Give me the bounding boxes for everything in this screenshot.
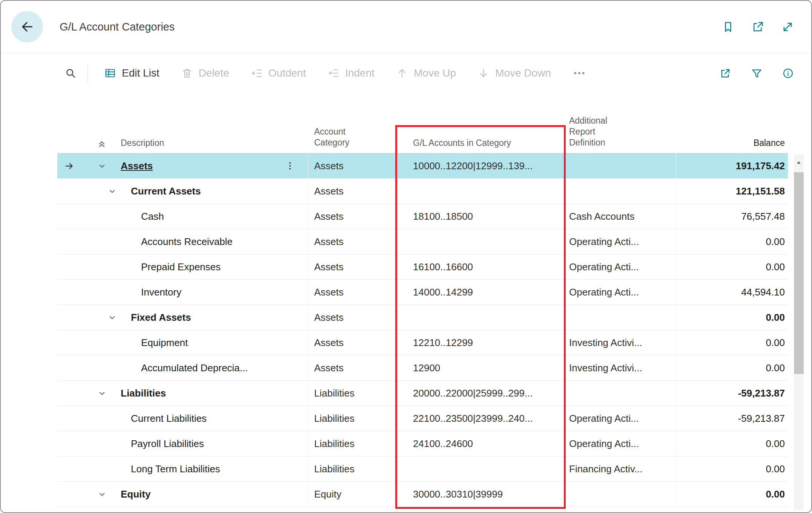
gl-accounts-cell[interactable]: 18100..18500 — [396, 204, 565, 229]
table-row[interactable]: Inventory Assets 14000..14299 Operating … — [57, 280, 788, 305]
account-category-cell[interactable]: Liabilities — [308, 431, 396, 456]
gl-accounts-cell[interactable]: 20000..22000|25999..299... — [396, 381, 565, 406]
account-category-cell[interactable]: Equity — [308, 482, 396, 507]
balance-cell[interactable]: 0.00 — [676, 305, 788, 330]
expand-page-button[interactable] — [781, 21, 794, 33]
table-row[interactable]: Accumulated Deprecia... Assets 12900 Inv… — [57, 355, 788, 381]
report-definition-cell[interactable]: Operating Acti... — [565, 280, 676, 305]
balance-cell[interactable]: 0.00 — [676, 431, 788, 456]
account-category-cell[interactable]: Assets — [308, 229, 396, 254]
description-cell[interactable]: Accounts Receivable — [141, 236, 233, 248]
report-definition-cell[interactable]: Cash Accounts — [565, 204, 676, 229]
gl-accounts-cell[interactable]: 12900 — [396, 355, 565, 380]
account-category-cell[interactable]: Assets — [308, 179, 396, 204]
description-cell[interactable]: Equity — [121, 488, 150, 500]
balance-cell[interactable]: -59,213.87 — [676, 381, 788, 406]
chevron-down-icon[interactable] — [106, 313, 118, 322]
description-cell[interactable]: Assets — [121, 160, 153, 172]
column-header-description[interactable]: Description — [121, 138, 164, 148]
edit-list-button[interactable]: Edit List — [104, 67, 160, 79]
balance-cell[interactable]: 44,594.10 — [676, 280, 788, 305]
chevron-down-icon[interactable] — [95, 162, 108, 170]
column-header-gl-accounts[interactable]: G/L Accounts in Category — [413, 138, 511, 148]
account-category-cell[interactable]: Assets — [308, 204, 396, 229]
chevron-down-icon[interactable] — [95, 389, 108, 398]
balance-cell[interactable]: 191,175.42 — [676, 153, 788, 178]
gl-accounts-cell[interactable]: 10000..12200|12999..139... — [396, 153, 565, 178]
table-row[interactable]: Long Term Liabilities Liabilities Financ… — [57, 456, 788, 482]
report-definition-cell[interactable] — [565, 153, 676, 178]
balance-cell[interactable]: 0.00 — [676, 456, 788, 481]
account-category-cell[interactable]: Liabilities — [308, 406, 396, 431]
balance-cell[interactable]: 0.00 — [676, 482, 788, 507]
table-row[interactable]: Payroll Liabilities Liabilities 24100..2… — [57, 431, 788, 456]
report-definition-cell[interactable] — [565, 179, 676, 204]
scrollbar-up-button[interactable] — [794, 154, 804, 171]
account-category-cell[interactable]: Liabilities — [308, 456, 396, 481]
balance-cell[interactable]: 0.00 — [676, 254, 788, 279]
balance-cell[interactable]: 121,151.58 — [676, 179, 788, 204]
description-cell[interactable]: Current Liabilities — [131, 413, 207, 424]
table-row[interactable]: Equipment Assets 12210..12299 Investing … — [57, 330, 788, 355]
table-row[interactable]: Current Assets Assets 121,151.58 — [57, 179, 788, 204]
balance-cell[interactable]: 0.00 — [676, 229, 788, 254]
table-row[interactable]: Equity Equity 30000..30310|39999 0.00 — [57, 482, 788, 507]
share-button[interactable] — [720, 67, 731, 79]
gl-accounts-cell[interactable]: 14000..14299 — [396, 280, 565, 305]
table-row[interactable]: Cash Assets 18100..18500 Cash Accounts 7… — [57, 204, 788, 229]
column-header-additional-report-definition[interactable]: Additional Report Definition — [569, 115, 615, 148]
description-cell[interactable]: Prepaid Expenses — [141, 261, 221, 273]
column-header-balance[interactable]: Balance — [754, 138, 785, 148]
report-definition-cell[interactable]: Operating Acti... — [565, 431, 676, 456]
account-category-cell[interactable]: Assets — [308, 305, 396, 330]
gl-accounts-cell[interactable] — [396, 179, 565, 204]
gl-accounts-cell[interactable]: 16100..16600 — [396, 254, 565, 279]
filter-button[interactable] — [751, 67, 763, 79]
table-row[interactable]: Prepaid Expenses Assets 16100..16600 Ope… — [57, 254, 788, 280]
chevron-down-icon[interactable] — [106, 187, 118, 196]
description-cell[interactable]: Accumulated Deprecia... — [141, 362, 248, 374]
scrollbar-thumb[interactable] — [794, 172, 804, 374]
search-button[interactable] — [65, 67, 76, 79]
table-row[interactable]: Current Liabilities Liabilities 22100..2… — [57, 406, 788, 431]
report-definition-cell[interactable]: Investing Activi... — [565, 355, 676, 380]
column-header-account-category[interactable]: Account Category — [314, 126, 360, 148]
collapse-all-icon[interactable] — [95, 139, 108, 149]
gl-accounts-cell[interactable]: 24100..24600 — [396, 431, 565, 456]
description-cell[interactable]: Liabilities — [121, 387, 166, 399]
report-definition-cell[interactable] — [565, 381, 676, 406]
description-cell[interactable]: Long Term Liabilities — [131, 463, 220, 475]
open-in-new-window-button[interactable] — [752, 21, 764, 33]
description-cell[interactable]: Cash — [141, 211, 164, 222]
description-cell[interactable]: Inventory — [141, 286, 181, 298]
report-definition-cell[interactable]: Financing Activ... — [565, 456, 676, 481]
gl-accounts-cell[interactable] — [396, 456, 565, 481]
report-definition-cell[interactable]: Operating Acti... — [565, 229, 676, 254]
account-category-cell[interactable]: Assets — [308, 254, 396, 279]
more-actions-button[interactable] — [573, 67, 586, 80]
report-definition-cell[interactable]: Investing Activi... — [565, 330, 676, 355]
account-category-cell[interactable]: Assets — [308, 330, 396, 355]
account-category-cell[interactable]: Assets — [308, 153, 396, 178]
report-definition-cell[interactable]: Operating Acti... — [565, 406, 676, 431]
vertical-scrollbar[interactable] — [794, 154, 804, 510]
report-definition-cell[interactable] — [565, 305, 676, 330]
account-category-cell[interactable]: Assets — [308, 280, 396, 305]
account-category-cell[interactable]: Assets — [308, 355, 396, 380]
report-definition-cell[interactable]: Operating Acti... — [565, 254, 676, 279]
table-row[interactable]: Assets Assets 10000..12200|12999..139...… — [57, 153, 788, 179]
account-category-cell[interactable]: Liabilities — [308, 381, 396, 406]
back-button[interactable] — [11, 11, 43, 43]
gl-accounts-cell[interactable]: 12210..12299 — [396, 330, 565, 355]
gl-accounts-cell[interactable]: 22100..23500|23999..240... — [396, 406, 565, 431]
table-row[interactable]: Accounts Receivable Assets Operating Act… — [57, 229, 788, 254]
bookmark-button[interactable] — [722, 21, 734, 33]
row-options-button[interactable] — [285, 161, 295, 171]
table-row[interactable]: Liabilities Liabilities 20000..22000|259… — [57, 381, 788, 406]
gl-accounts-cell[interactable] — [396, 305, 565, 330]
balance-cell[interactable]: 76,557.48 — [676, 204, 788, 229]
description-cell[interactable]: Current Assets — [131, 185, 201, 197]
info-button[interactable] — [782, 67, 794, 79]
balance-cell[interactable]: 0.00 — [676, 355, 788, 380]
description-cell[interactable]: Payroll Liabilities — [131, 438, 204, 450]
